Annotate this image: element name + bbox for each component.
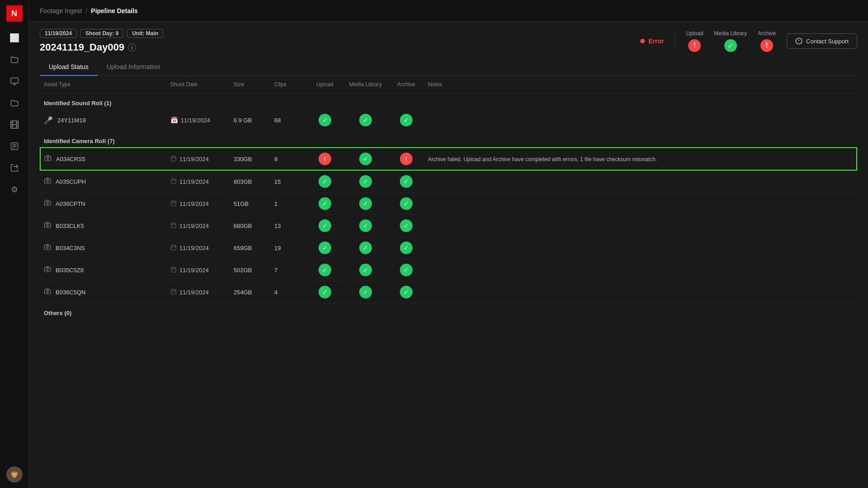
- header-left: 11/19/2024 Shoot Day: 9 Unit: Main 20241…: [40, 29, 163, 53]
- avatar[interactable]: 🦁: [6, 466, 23, 483]
- table-row-a035cuph[interactable]: A035CUPH 11/19/2024 8: [40, 170, 857, 193]
- clips-a035cuph: 15: [271, 170, 307, 193]
- app-logo[interactable]: N: [6, 5, 23, 22]
- upload-b034c3ns: ✓: [307, 237, 343, 259]
- asset-name-b036c5qn: B036C5QN: [40, 281, 167, 303]
- asset-name-b034c3ns: B034C3NS: [40, 237, 167, 259]
- size-b034c3ns: 659GB: [230, 237, 271, 259]
- status-group: Upload ! Media Library ✓ Archive !: [675, 30, 776, 52]
- archive-a035cuph: ✓: [388, 170, 424, 193]
- sidebar-icon-film[interactable]: [5, 116, 23, 134]
- contact-support-button[interactable]: Contact Support: [787, 33, 857, 49]
- medlib-24y11m19: ✓: [343, 109, 388, 131]
- tab-upload-information[interactable]: Upload Information: [98, 59, 169, 76]
- sidebar-icon-export[interactable]: [5, 159, 23, 177]
- mic-icon: 🎤: [44, 116, 53, 125]
- upload-a035cuph: ✓: [307, 170, 343, 193]
- notes-b034c3ns: [424, 237, 857, 259]
- tag-date: 11/19/2024: [40, 29, 77, 38]
- table-row[interactable]: 🎤 24Y11M19 📅 11/19/2024 6.9 GB 68 ✓ ✓: [40, 109, 857, 131]
- table-row-b036c5qn[interactable]: B036C5QN 11/19/2024 2: [40, 281, 857, 303]
- status-archive: Archive !: [758, 30, 776, 52]
- svg-rect-22: [171, 179, 176, 184]
- sidebar-icon-play[interactable]: [5, 72, 23, 90]
- col-header-archive: Archive: [388, 76, 424, 93]
- notes-b036c5qn: [424, 281, 857, 303]
- camera-icon: [44, 199, 51, 208]
- notes-b033clk5: [424, 215, 857, 237]
- calendar-icon: [170, 200, 177, 208]
- table-row-a034crs5[interactable]: A034CRS5 11/19/2024 3: [40, 148, 857, 170]
- camera-icon: [44, 221, 51, 230]
- tag-unit: Unit: Main: [127, 29, 163, 38]
- status-archive-label: Archive: [758, 30, 776, 37]
- col-header-asset-type: Asset Type: [40, 76, 167, 93]
- tabs: Upload Status Upload Information: [40, 59, 857, 76]
- col-header-media-library: Media Library: [343, 76, 388, 93]
- medlib-a034crs5: ✓: [343, 148, 388, 170]
- size-a036cptn: 51GB: [230, 193, 271, 215]
- tab-upload-status[interactable]: Upload Status: [40, 59, 98, 76]
- archive-a034crs5: !: [388, 148, 424, 170]
- clips-b036c5qn: 4: [271, 281, 307, 303]
- main-content: Footage Ingest / Pipeline Details 11/19/…: [29, 0, 868, 488]
- section-others-title: Others (0): [40, 303, 857, 323]
- size-b036c5qn: 254GB: [230, 281, 271, 303]
- calendar-icon: [170, 178, 177, 186]
- page-title: 20241119_Day009 i: [40, 42, 163, 53]
- calendar-icon: [170, 288, 177, 296]
- status-upload-label: Upload: [686, 30, 703, 37]
- svg-rect-46: [171, 267, 176, 272]
- sidebar-icon-document[interactable]: [5, 137, 23, 155]
- table-row-b035c5z8[interactable]: B035C5Z8 11/19/2024 5: [40, 259, 857, 281]
- svg-rect-50: [44, 290, 50, 294]
- svg-rect-32: [44, 223, 50, 228]
- status-media-label: Media Library: [714, 30, 747, 37]
- calendar-icon: [170, 222, 177, 230]
- error-badge: Error: [640, 37, 664, 45]
- svg-point-45: [47, 269, 48, 270]
- date-b033clk5: 11/19/2024: [167, 215, 230, 237]
- size-b033clk5: 680GB: [230, 215, 271, 237]
- topnav: Footage Ingest / Pipeline Details: [29, 0, 868, 22]
- section-camera-roll: Identified Camera Roll (7): [40, 131, 857, 148]
- table-area[interactable]: Asset Type Shoot Date Size Clips Upload …: [29, 76, 868, 488]
- contact-icon: [795, 37, 802, 45]
- upload-b033clk5: ✓: [307, 215, 343, 237]
- asset-table: Asset Type Shoot Date Size Clips Upload …: [40, 76, 857, 323]
- svg-rect-40: [171, 245, 176, 250]
- upload-a036cptn: ✓: [307, 193, 343, 215]
- status-upload-icon: !: [688, 39, 701, 52]
- date-a035cuph: 11/19/2024: [167, 170, 230, 193]
- error-dot: [640, 39, 645, 43]
- svg-rect-38: [44, 246, 50, 250]
- upload-b036c5qn: ✓: [307, 281, 343, 303]
- size-24y11m19: 6.9 GB: [230, 109, 271, 131]
- settings-icon[interactable]: ⚙: [5, 181, 23, 199]
- table-row-b033clk5[interactable]: B033CLK5 11/19/2024 6: [40, 215, 857, 237]
- clips-a034crs5: 8: [271, 148, 307, 170]
- svg-rect-44: [44, 268, 50, 272]
- size-a035cuph: 803GB: [230, 170, 271, 193]
- sidebar-icon-monitor[interactable]: ⬜: [5, 29, 23, 47]
- sidebar-icon-folder[interactable]: [5, 51, 23, 69]
- page-header: 11/19/2024 Shoot Day: 9 Unit: Main 20241…: [29, 22, 868, 76]
- table-row-b034c3ns[interactable]: B034C3NS 11/19/2024 6: [40, 237, 857, 259]
- clips-b035c5z8: 7: [271, 259, 307, 281]
- asset-name-b035c5z8: B035C5Z8: [40, 259, 167, 281]
- section-camera-roll-title: Identified Camera Roll (7): [40, 131, 857, 148]
- notes-a034crs5: Archive failed. Upload and Archive have …: [424, 148, 857, 170]
- table-row-a036cptn[interactable]: A036CPTN 11/19/2024 5: [40, 193, 857, 215]
- calendar-icon: [170, 266, 177, 274]
- clips-a036cptn: 1: [271, 193, 307, 215]
- col-header-size: Size: [230, 76, 271, 93]
- sidebar-icon-folder2[interactable]: [5, 94, 23, 112]
- notes-a036cptn: [424, 193, 857, 215]
- date-a036cptn: 11/19/2024: [167, 193, 230, 215]
- info-icon[interactable]: i: [128, 43, 136, 51]
- asset-name-a034crs5: A034CRS5: [40, 148, 167, 170]
- breadcrumb-footage-ingest[interactable]: Footage Ingest: [40, 7, 82, 14]
- medlib-b035c5z8: ✓: [343, 259, 388, 281]
- svg-rect-20: [44, 179, 50, 183]
- archive-b034c3ns: ✓: [388, 237, 424, 259]
